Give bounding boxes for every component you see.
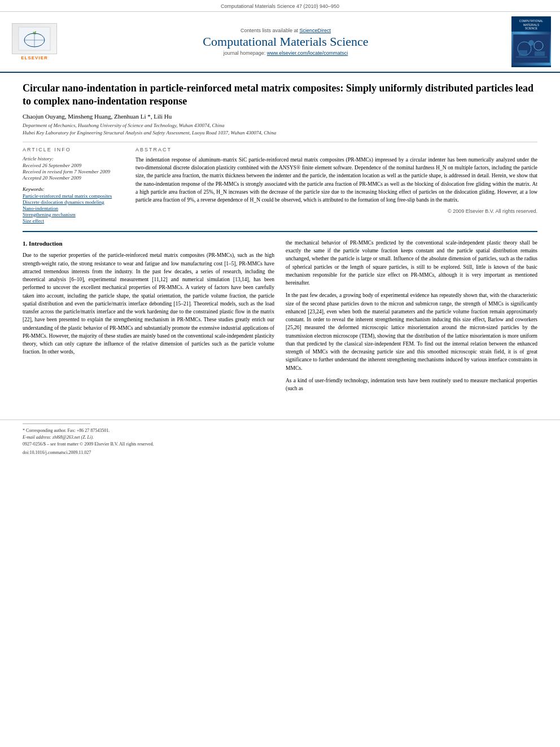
affiliation-2: Hubei Key Laboratory for Engineering Str… [23, 129, 537, 137]
page-footer: * Corresponding author. Fax: +86 27 8754… [0, 420, 560, 455]
sciencedirect-url[interactable]: ScienceDirect [300, 28, 331, 33]
article-info-label: ARTICLE INFO [23, 147, 124, 152]
article-info-column: ARTICLE INFO Article history: Received 2… [23, 147, 124, 224]
section1-heading: 1. Introduction [23, 239, 274, 248]
footnote-email: E-mail address: zhl68@263.net (Z. Li). [23, 434, 537, 441]
keyword-2[interactable]: Nano-indentation [23, 206, 124, 211]
abstract-text: The indentation response of aluminum–mat… [135, 156, 537, 204]
journal-reference: Computational Materials Science 47 (2010… [221, 3, 339, 9]
body-para-right-1: the mechanical behavior of PR-MMCs predi… [286, 239, 537, 287]
svg-point-11 [528, 40, 534, 46]
authors-line: Chaojun Ouyang, Minsheng Huang, Zhenhuan… [23, 113, 537, 120]
body-columns: 1. Introduction Due to the superior prop… [23, 239, 537, 397]
journal-cover-image: COMPUTATIONALMATERIALSSCIENCE [511, 16, 551, 67]
body-col-left: 1. Introduction Due to the superior prop… [23, 239, 274, 397]
body-col-right: the mechanical behavior of PR-MMCs predi… [286, 239, 537, 397]
elsevier-name-label: ELSEVIER [21, 55, 48, 60]
keyword-3[interactable]: Strengthening mechanism [23, 212, 124, 217]
abstract-section: ABSTRACT The indentation response of alu… [135, 147, 537, 224]
journal-homepage: journal homepage: www.elsevier.com/locat… [67, 50, 505, 56]
homepage-url[interactable]: www.elsevier.com/locate/commatsci [267, 50, 348, 56]
article-content: Circular nano-indentation in particle-re… [0, 73, 560, 408]
journal-header: 🌿 ELSEVIER Contents lists available at S… [0, 12, 560, 73]
body-divider [23, 231, 537, 232]
top-meta-bar: Computational Materials Science 47 (2010… [0, 0, 560, 12]
page-wrapper: Computational Materials Science 47 (2010… [0, 0, 560, 455]
body-para-left-1: Due to the superior properties of the pa… [23, 251, 274, 356]
body-para-right-2: In the past few decades, a growing body … [286, 291, 537, 372]
doi-line: doi:10.1016/j.commatsci.2009.11.027 [23, 450, 537, 455]
sciencedirect-link[interactable]: Contents lists available at ScienceDirec… [67, 28, 505, 33]
abstract-label: ABSTRACT [135, 147, 537, 152]
keyword-0[interactable]: Particle-reinforced metal matrix composi… [23, 193, 124, 199]
author-names: Chaojun Ouyang, Minsheng Huang, Zhenhuan… [23, 113, 172, 120]
footnote-divider [23, 423, 90, 424]
history-item-1: Received in revised form 7 November 2009 [23, 169, 124, 174]
history-label: Article history: [23, 156, 124, 161]
keyword-1[interactable]: Discrete dislocation dynamics modeling [23, 199, 124, 205]
elsevier-logo-box: 🌿 [12, 23, 57, 54]
affiliation-1: Department of Mechanics, Huazhong Univer… [23, 122, 537, 130]
history-item-0: Received 26 September 2009 [23, 163, 124, 168]
svg-text:🌿: 🌿 [33, 31, 37, 35]
divider-after-affiliations [23, 142, 537, 142]
article-title: Circular nano-indentation in particle-re… [23, 82, 537, 108]
issn-line: 0927-0256/$ – see front matter © 2009 El… [23, 441, 537, 448]
info-abstract-section: ARTICLE INFO Article history: Received 2… [23, 147, 537, 224]
svg-rect-9 [519, 50, 527, 56]
keyword-4[interactable]: Size effect [23, 218, 124, 224]
history-item-2: Accepted 20 November 2009 [23, 175, 124, 181]
affiliations: Department of Mechanics, Huazhong Univer… [23, 122, 537, 137]
journal-title: Computational Materials Science [67, 34, 505, 49]
keywords-label: Keywords: [23, 186, 124, 192]
keywords-section: Keywords: Particle-reinforced metal matr… [23, 186, 124, 224]
journal-center: Contents lists available at ScienceDirec… [67, 28, 505, 56]
body-para-right-3: As a kind of user-friendly technology, i… [286, 377, 537, 393]
copyright-line: © 2009 Elsevier B.V. All rights reserved… [135, 208, 537, 214]
elsevier-logo: 🌿 ELSEVIER [9, 23, 60, 60]
svg-rect-10 [535, 51, 545, 56]
footnote-star: * Corresponding author. Fax: +86 27 8754… [23, 427, 537, 434]
